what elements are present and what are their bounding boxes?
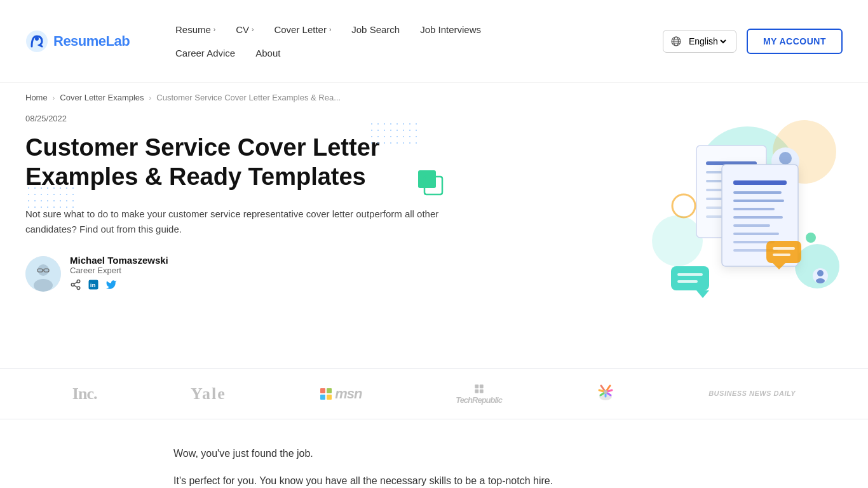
svg-rect-40	[733, 191, 782, 194]
hero-illustration	[639, 114, 843, 323]
nbc-peacock-icon	[596, 383, 615, 402]
article-para-1: Wow, you've just found the job.	[173, 445, 695, 462]
svg-marker-53	[696, 290, 709, 298]
nav-row-2: Career Advice About	[165, 43, 290, 64]
breadcrumb-current: Customer Service Cover Letter Examples &…	[156, 93, 341, 102]
svg-point-59	[672, 194, 695, 217]
svg-point-25	[652, 215, 703, 266]
svg-rect-55	[677, 280, 698, 283]
twitter-icon[interactable]	[105, 279, 117, 293]
article-description: Not sure what to do to make your custome…	[25, 207, 470, 237]
brand-techrepublic: TechRepublic	[456, 383, 502, 405]
nav-job-search[interactable]: Job Search	[341, 19, 410, 40]
brand-business-news-daily: BUSINESS NEWS DAILY	[709, 389, 796, 398]
svg-rect-65	[475, 384, 478, 388]
svg-rect-68	[479, 390, 483, 393]
breadcrumb-sep-1: ›	[53, 94, 55, 102]
chevron-icon: ›	[329, 26, 331, 33]
author-role: Career Expert	[70, 266, 168, 275]
logos-bar: Inc. Yale Yale msn TechRepublic	[0, 368, 868, 419]
svg-point-77	[604, 390, 607, 394]
breadcrumb: Home › Cover Letter Examples › Customer …	[0, 83, 868, 107]
author-name: Michael Tomaszewski	[70, 255, 168, 266]
svg-line-19	[74, 285, 77, 287]
hero-svg	[639, 114, 843, 323]
dots-decoration-top	[369, 121, 419, 146]
breadcrumb-sep-2: ›	[149, 94, 152, 102]
article-para-2: It's perfect for you. You know you have …	[173, 472, 695, 488]
svg-rect-44	[733, 224, 770, 227]
linkedin-icon[interactable]: in	[88, 279, 99, 293]
svg-rect-50	[773, 247, 795, 250]
nav-career-advice[interactable]: Career Advice	[165, 43, 245, 64]
svg-rect-45	[733, 233, 779, 235]
header-right: English MY ACCOUNT	[663, 29, 843, 54]
main-content: 08/25/2022 Customer Service Cover Letter…	[0, 107, 868, 349]
logo[interactable]: ResumeLab	[25, 30, 140, 53]
techrepublic-icon	[473, 383, 485, 395]
nav-resume[interactable]: Resume ›	[165, 19, 226, 40]
svg-rect-63	[320, 395, 325, 400]
svg-rect-39	[733, 180, 787, 185]
svg-point-0	[26, 30, 48, 52]
svg-point-58	[816, 278, 825, 283]
svg-rect-42	[733, 208, 775, 210]
svg-rect-7	[418, 170, 436, 188]
svg-rect-51	[773, 254, 790, 256]
svg-rect-52	[671, 266, 709, 290]
language-dropdown[interactable]: English	[686, 36, 728, 47]
svg-point-57	[817, 270, 824, 276]
svg-rect-41	[733, 200, 784, 202]
author-area: Michael Tomaszewski Career Expert	[25, 255, 496, 293]
article-date: 08/25/2022	[25, 114, 496, 123]
article-title: Customer Service Cover Letter Examples &…	[25, 133, 458, 191]
nav-about[interactable]: About	[245, 43, 290, 64]
svg-rect-66	[479, 384, 483, 388]
author-avatar	[25, 256, 61, 292]
breadcrumb-level2[interactable]: Cover Letter Examples	[60, 93, 144, 102]
brand-yale: Yale	[191, 384, 226, 403]
dots-decoration-bottom	[25, 185, 76, 210]
logo-icon	[25, 30, 48, 53]
nav-row-1: Resume › CV › Cover Letter › Job Search …	[165, 19, 491, 40]
author-socials: in	[70, 279, 168, 293]
svg-rect-64	[327, 395, 332, 400]
chevron-icon: ›	[214, 26, 215, 33]
svg-line-20	[74, 282, 77, 284]
svg-point-36	[779, 152, 792, 165]
avatar-image	[25, 256, 61, 292]
svg-rect-62	[327, 388, 332, 393]
svg-rect-61	[320, 388, 325, 393]
svg-point-60	[806, 233, 816, 243]
nav-job-interviews[interactable]: Job Interviews	[410, 19, 491, 40]
brand-nbc	[596, 383, 615, 405]
svg-rect-67	[475, 390, 478, 393]
globe-icon	[671, 36, 681, 46]
article-left: 08/25/2022 Customer Service Cover Letter…	[25, 107, 521, 349]
nav-cv[interactable]: CV ›	[226, 19, 264, 40]
nav-cover-letter[interactable]: Cover Letter ›	[264, 19, 341, 40]
green-square-icon	[413, 165, 445, 197]
brand-inc: Inc.	[72, 384, 97, 403]
breadcrumb-home[interactable]: Home	[25, 93, 48, 102]
my-account-button[interactable]: MY ACCOUNT	[747, 29, 843, 54]
language-selector[interactable]: English	[663, 30, 736, 53]
svg-rect-48	[766, 241, 801, 263]
msn-butterfly-icon	[320, 388, 332, 400]
brand-msn: Yale msn	[320, 386, 362, 402]
svg-rect-54	[677, 273, 703, 276]
svg-point-12	[34, 279, 53, 292]
chevron-icon: ›	[252, 26, 254, 33]
site-header: ResumeLab Resume › CV › Cover Letter › J…	[0, 0, 868, 83]
logo-text: ResumeLab	[53, 33, 130, 50]
article-body: Wow, you've just found the job. It's per…	[148, 419, 720, 488]
main-nav: Resume › CV › Cover Letter › Job Search …	[140, 19, 663, 64]
svg-text:in: in	[90, 281, 96, 288]
svg-rect-43	[733, 216, 783, 219]
share-icon[interactable]	[70, 279, 81, 293]
author-info: Michael Tomaszewski Career Expert	[70, 255, 168, 293]
svg-point-1	[35, 37, 39, 41]
